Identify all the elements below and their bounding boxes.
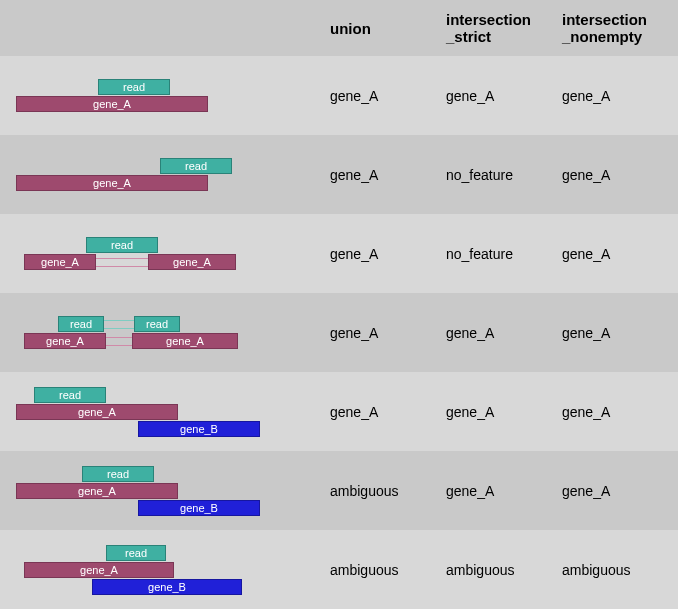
read-connector	[104, 328, 134, 329]
exon-connector	[106, 337, 132, 338]
diagram-cell: read gene_A	[0, 135, 330, 214]
cell-nonempty: gene_A	[562, 483, 678, 499]
header-row: union intersection _strict intersection …	[0, 0, 678, 56]
gene-a-block: gene_A	[148, 254, 236, 270]
cell-union: gene_A	[330, 404, 446, 420]
exon-connector	[106, 345, 132, 346]
table-row: read gene_A gene_A no_feature gene_A	[0, 135, 678, 214]
gene-a-block: gene_A	[132, 333, 238, 349]
gene-a-block: gene_A	[16, 175, 208, 191]
table-row: read gene_A gene_A gene_A gene_A	[0, 56, 678, 135]
cell-union: gene_A	[330, 325, 446, 341]
cell-union: gene_A	[330, 88, 446, 104]
cell-strict: gene_A	[446, 88, 562, 104]
cell-nonempty: gene_A	[562, 246, 678, 262]
cell-nonempty: gene_A	[562, 325, 678, 341]
header-union: union	[330, 20, 446, 37]
cell-strict: gene_A	[446, 483, 562, 499]
read-connector	[104, 320, 134, 321]
table-row: read gene_A gene_B gene_A gene_A gene_A	[0, 372, 678, 451]
read-block: read	[134, 316, 180, 332]
read-block: read	[82, 466, 154, 482]
cell-strict: no_feature	[446, 167, 562, 183]
diagram-cell: read gene_A gene_A	[0, 214, 330, 293]
cell-strict: gene_A	[446, 404, 562, 420]
diagram-cell: read gene_A gene_B	[0, 372, 330, 451]
table-row: read gene_A gene_B ambiguous ambiguous a…	[0, 530, 678, 609]
diagram-cell: read gene_A gene_B	[0, 530, 330, 609]
cell-union: ambiguous	[330, 562, 446, 578]
cell-union: ambiguous	[330, 483, 446, 499]
cell-strict: gene_A	[446, 325, 562, 341]
gene-b-block: gene_B	[92, 579, 242, 595]
cell-strict: ambiguous	[446, 562, 562, 578]
table-row: read gene_A gene_B ambiguous gene_A gene…	[0, 451, 678, 530]
gene-b-block: gene_B	[138, 500, 260, 516]
cell-nonempty: gene_A	[562, 404, 678, 420]
read-block: read	[160, 158, 232, 174]
table-row: read gene_A gene_A gene_A no_feature gen…	[0, 214, 678, 293]
cell-strict: no_feature	[446, 246, 562, 262]
gene-b-block: gene_B	[138, 421, 260, 437]
cell-union: gene_A	[330, 246, 446, 262]
header-intersection-nonempty: intersection _nonempty	[562, 11, 678, 45]
exon-connector	[96, 266, 148, 267]
cell-nonempty: gene_A	[562, 88, 678, 104]
gene-a-block: gene_A	[24, 254, 96, 270]
gene-a-block: gene_A	[16, 404, 178, 420]
cell-nonempty: ambiguous	[562, 562, 678, 578]
diagram-cell: read read gene_A gene_A	[0, 293, 330, 372]
header-intersection-strict: intersection _strict	[446, 11, 562, 45]
cell-nonempty: gene_A	[562, 167, 678, 183]
gene-a-block: gene_A	[24, 333, 106, 349]
read-block: read	[86, 237, 158, 253]
exon-connector	[96, 258, 148, 259]
table-row: read read gene_A gene_A gene_A gene_A ge…	[0, 293, 678, 372]
read-block: read	[106, 545, 166, 561]
diagram-cell: read gene_A	[0, 56, 330, 135]
cell-union: gene_A	[330, 167, 446, 183]
gene-a-block: gene_A	[24, 562, 174, 578]
read-block: read	[58, 316, 104, 332]
diagram-header-spacer	[0, 0, 330, 56]
gene-a-block: gene_A	[16, 483, 178, 499]
gene-a-block: gene_A	[16, 96, 208, 112]
read-block: read	[34, 387, 106, 403]
read-block: read	[98, 79, 170, 95]
diagram-cell: read gene_A gene_B	[0, 451, 330, 530]
